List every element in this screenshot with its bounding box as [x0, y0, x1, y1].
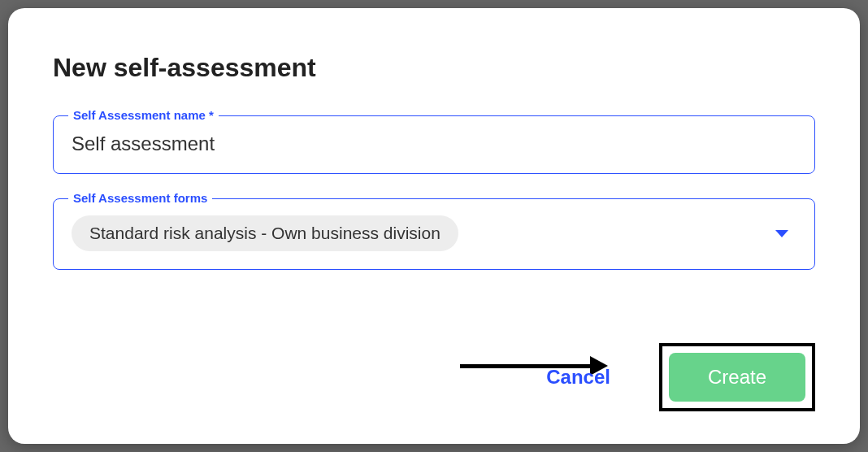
- self-assessment-name-input[interactable]: [72, 133, 796, 155]
- forms-field-label: Self Assessment forms: [68, 191, 212, 205]
- forms-field-group: Self Assessment forms Standard risk anal…: [53, 198, 815, 270]
- self-assessment-forms-select[interactable]: Standard risk analysis - Own business di…: [72, 215, 796, 251]
- chevron-down-icon: [775, 230, 788, 237]
- name-field-label: Self Assessment name *: [68, 108, 219, 122]
- name-field-group: Self Assessment name *: [53, 115, 815, 174]
- dialog-actions: Cancel Create: [546, 343, 815, 411]
- cancel-button[interactable]: Cancel: [546, 366, 610, 389]
- dialog-title: New self-assessment: [53, 53, 815, 83]
- new-self-assessment-dialog: New self-assessment Self Assessment name…: [8, 8, 860, 444]
- create-button-highlight: Create: [659, 343, 815, 411]
- create-button[interactable]: Create: [669, 353, 805, 402]
- selected-form-chip[interactable]: Standard risk analysis - Own business di…: [72, 215, 458, 251]
